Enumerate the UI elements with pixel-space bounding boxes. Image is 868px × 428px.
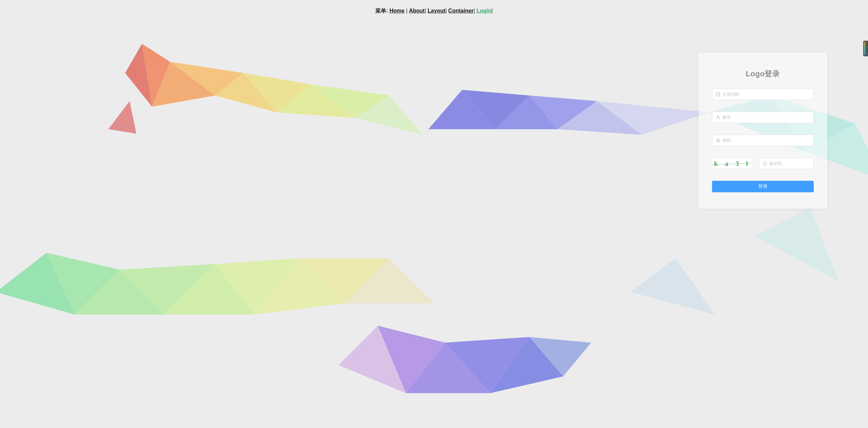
svg-marker-35 <box>108 101 136 134</box>
company-code-input-wrap[interactable] <box>712 89 814 100</box>
svg-marker-14 <box>597 101 709 135</box>
password-input[interactable] <box>723 135 810 146</box>
company-code-group <box>712 89 814 100</box>
svg-marker-9 <box>428 90 496 129</box>
building-icon <box>716 92 721 97</box>
svg-marker-25 <box>215 258 299 315</box>
lock-icon <box>716 138 721 143</box>
svg-marker-6 <box>277 84 355 118</box>
submit-group: 登录 <box>712 181 814 192</box>
company-code-input[interactable] <box>723 89 810 100</box>
menu-link-layout[interactable]: Layout <box>428 8 445 14</box>
svg-marker-11 <box>496 96 557 129</box>
captcha-image-text: k a 3 l <box>714 160 751 168</box>
menu-link-container[interactable]: Container <box>448 8 474 14</box>
svg-marker-2 <box>152 62 215 106</box>
svg-marker-34 <box>530 337 591 376</box>
svg-marker-12 <box>530 96 597 129</box>
account-group <box>712 112 814 123</box>
menu-link-home[interactable]: Home <box>390 8 405 14</box>
menu-link-login[interactable]: Login <box>476 8 491 14</box>
account-input[interactable] <box>723 112 810 123</box>
svg-marker-31 <box>406 343 490 393</box>
svg-marker-0 <box>125 44 152 106</box>
login-title: Logo登录 <box>712 69 814 79</box>
svg-marker-5 <box>243 73 311 112</box>
svg-marker-29 <box>338 326 406 393</box>
svg-marker-30 <box>378 326 445 393</box>
menu-separator: | <box>445 8 448 14</box>
info-icon <box>763 161 767 166</box>
user-icon <box>716 115 721 120</box>
menu-label: 菜单: <box>375 8 388 14</box>
captcha-image[interactable]: k a 3 l <box>712 158 753 169</box>
captcha-input[interactable] <box>769 158 810 169</box>
svg-marker-33 <box>490 337 563 393</box>
svg-marker-32 <box>445 337 529 393</box>
svg-marker-4 <box>215 73 277 112</box>
svg-marker-26 <box>254 258 344 315</box>
svg-marker-3 <box>170 62 243 95</box>
svg-marker-1 <box>142 44 170 106</box>
svg-marker-19 <box>631 258 715 315</box>
svg-marker-24 <box>164 264 254 314</box>
svg-marker-28 <box>344 258 434 303</box>
menu-separator: | <box>425 8 428 14</box>
captcha-group: k a 3 l <box>712 158 814 169</box>
svg-marker-8 <box>355 96 423 135</box>
captcha-input-wrap[interactable] <box>759 158 814 169</box>
svg-point-37 <box>717 116 719 117</box>
svg-marker-21 <box>46 253 119 314</box>
login-button[interactable]: 登录 <box>712 181 814 192</box>
svg-rect-38 <box>717 140 719 142</box>
password-input-wrap[interactable] <box>712 135 814 146</box>
svg-rect-36 <box>716 93 719 96</box>
svg-marker-7 <box>311 84 389 118</box>
svg-marker-13 <box>557 101 642 135</box>
menu-separator: | <box>406 8 409 14</box>
svg-marker-23 <box>120 264 215 314</box>
account-input-wrap[interactable] <box>712 112 814 123</box>
svg-marker-22 <box>75 270 164 314</box>
login-card: Logo登录 k a 3 l <box>698 53 827 209</box>
svg-marker-18 <box>754 208 838 281</box>
menu-separator: | <box>491 8 493 14</box>
top-menu: 菜单: Home | About| Layout| Container| Log… <box>0 0 868 15</box>
svg-marker-27 <box>299 258 389 303</box>
password-group <box>712 135 814 146</box>
svg-marker-20 <box>0 253 75 314</box>
devtools-tab[interactable] <box>863 41 868 56</box>
svg-marker-10 <box>462 90 530 129</box>
menu-link-about[interactable]: About <box>409 8 425 14</box>
